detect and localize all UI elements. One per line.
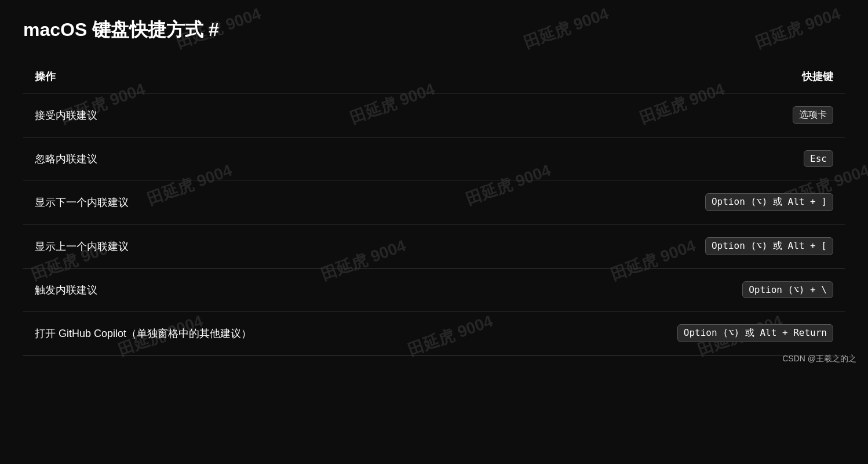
- shortcut-container: Esc: [804, 150, 833, 167]
- kbd-key: 选项卡: [793, 106, 833, 124]
- page-container: 田延虎 9004田延虎 9004田延虎 9004田延虎 9004田延虎 9004…: [0, 0, 868, 373]
- shortcut-container: Option (⌥) 或 Alt + Return: [677, 324, 833, 342]
- shortcut-cell: Option (⌥) 或 Alt + ]: [494, 180, 845, 224]
- kbd-key: Option (⌥) 或 Alt + [: [705, 237, 833, 255]
- action-label: 触发内联建议: [35, 284, 97, 296]
- title-hash: #: [209, 19, 219, 40]
- action-cell: 接受内联建议: [23, 93, 494, 137]
- kbd-key: Esc: [804, 150, 833, 167]
- shortcut-cell: Option (⌥) + \: [494, 269, 845, 311]
- action-column-header: 操作: [23, 60, 494, 93]
- action-cell: 显示下一个内联建议: [23, 180, 494, 224]
- watermark-text: 田延虎 9004: [549, 368, 641, 373]
- shortcuts-table: 操作 快捷键 接受内联建议选项卡忽略内联建议Esc显示下一个内联建议Option…: [23, 60, 845, 356]
- shortcut-cell: Option (⌥) 或 Alt + Return: [494, 311, 845, 356]
- shortcut-container: Option (⌥) 或 Alt + ]: [705, 193, 833, 211]
- kbd-key: Option (⌥) + \: [742, 281, 833, 298]
- action-label: 接受内联建议: [35, 110, 97, 121]
- action-cell: 打开 GitHub Copilot（单独窗格中的其他建议）: [23, 311, 494, 356]
- action-label: 忽略内联建议: [35, 153, 97, 165]
- page-title: macOS 键盘快捷方式 #: [23, 17, 845, 43]
- footer: CSDN @王羲之的之: [782, 354, 856, 364]
- watermark-text: 田延虎 9004: [810, 368, 868, 373]
- shortcut-column-header: 快捷键: [494, 60, 845, 93]
- title-text: macOS 键盘快捷方式: [23, 19, 203, 40]
- action-cell: 忽略内联建议: [23, 137, 494, 180]
- table-row: 忽略内联建议Esc: [23, 137, 845, 180]
- watermark-text: 田延虎 9004: [260, 368, 351, 373]
- shortcut-container: Option (⌥) 或 Alt + [: [705, 237, 833, 255]
- action-label: 显示下一个内联建议: [35, 197, 129, 208]
- action-cell: 触发内联建议: [23, 269, 494, 311]
- table-row: 接受内联建议选项卡: [23, 93, 845, 137]
- watermark-text: 田延虎 9004: [0, 368, 90, 373]
- kbd-key: Option (⌥) 或 Alt + ]: [705, 193, 833, 211]
- shortcut-container: Option (⌥) + \: [742, 281, 833, 298]
- shortcut-cell: Option (⌥) 或 Alt + [: [494, 224, 845, 269]
- table-header-row: 操作 快捷键: [23, 60, 845, 93]
- action-label: 显示上一个内联建议: [35, 241, 129, 252]
- kbd-key: Option (⌥) 或 Alt + Return: [677, 324, 833, 342]
- table-row: 触发内联建议Option (⌥) + \: [23, 269, 845, 311]
- shortcut-cell: Esc: [494, 137, 845, 180]
- action-cell: 显示上一个内联建议: [23, 224, 494, 269]
- footer-text: CSDN @王羲之的之: [782, 354, 856, 363]
- action-label: 打开 GitHub Copilot（单独窗格中的其他建议）: [35, 328, 251, 339]
- shortcut-container: 选项卡: [793, 106, 833, 124]
- table-row: 打开 GitHub Copilot（单独窗格中的其他建议）Option (⌥) …: [23, 311, 845, 356]
- table-row: 显示上一个内联建议Option (⌥) 或 Alt + [: [23, 224, 845, 269]
- shortcut-cell: 选项卡: [494, 93, 845, 137]
- table-row: 显示下一个内联建议Option (⌥) 或 Alt + ]: [23, 180, 845, 224]
